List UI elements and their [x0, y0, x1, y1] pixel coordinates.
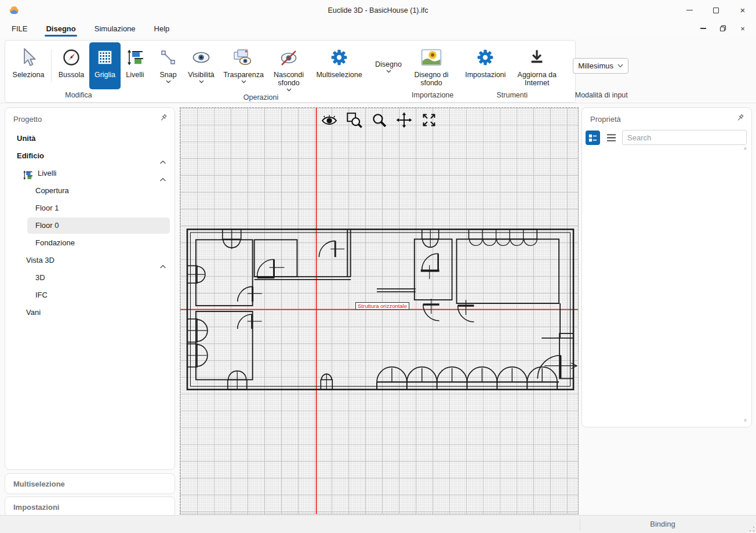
menu-bar: FILE Disegno Simulazione Help × — [0, 20, 756, 37]
bussola-button[interactable]: Bussola — [53, 42, 89, 89]
drawing-canvas[interactable]: Struttura orizzontale — [180, 107, 579, 514]
visibilita-button[interactable]: Visibilità — [182, 42, 220, 92]
doc-close-button[interactable]: × — [739, 24, 747, 32]
menu-help[interactable]: Help — [153, 22, 171, 35]
hamburger-icon — [606, 133, 617, 142]
chevron-down-icon — [386, 70, 391, 73]
view-eye-icon[interactable] — [320, 111, 339, 129]
multiselezione-panel-title: Multiselezione — [5, 480, 65, 488]
zoom-window-icon[interactable] — [345, 111, 364, 129]
chevron-down-icon — [617, 64, 623, 68]
chevron-down-icon — [199, 80, 204, 84]
group-label-importazione: Importazione — [408, 89, 457, 102]
properties-search-input[interactable] — [622, 130, 747, 145]
pan-icon[interactable] — [395, 111, 413, 129]
tree-item-3d[interactable]: 3D — [5, 269, 175, 287]
tree-item-fondazione[interactable]: Fondazione — [5, 234, 175, 252]
group-label-modalita: Modalità di input — [567, 89, 635, 102]
impostazioni-panel[interactable]: Impostazioni — [5, 496, 175, 517]
tree-item-vani[interactable]: Vani — [5, 304, 175, 321]
pin-icon[interactable] — [736, 114, 744, 124]
scroll-up-arrow[interactable]: ▲ — [743, 145, 748, 151]
nascondi-sfondo-button[interactable]: Nascondi sfondo — [267, 42, 311, 92]
ribbon-group-modifica: Seleziona Bussola — [5, 41, 152, 102]
eye-icon — [192, 44, 210, 71]
project-tree: Unità Edificio Livelli Copertura Floor 1… — [5, 130, 175, 321]
properties-panel: Proprietà ▲ ▼ — [581, 107, 752, 427]
disegno-dropdown-button[interactable]: Disegno — [372, 42, 405, 89]
ribbon: Seleziona Bussola — [5, 40, 576, 103]
status-bar: Binding — [0, 515, 756, 533]
tree-item-ifc[interactable]: IFC — [5, 287, 175, 304]
properties-panel-title: Proprietà — [590, 115, 621, 124]
menu-disegno[interactable]: Disegno — [45, 22, 77, 35]
ribbon-group-strumenti: Impostazioni Aggiorna da Internet Strume… — [458, 41, 566, 102]
tree-item-floor-0[interactable]: Floor 0 — [5, 217, 175, 234]
impostazioni-panel-title: Impostazioni — [5, 503, 59, 512]
multiselezione-panel[interactable]: Multiselezione — [5, 473, 175, 494]
scroll-down-arrow[interactable]: ▼ — [743, 418, 748, 423]
tree-item-copertura[interactable]: Copertura — [5, 182, 175, 200]
menu-simulazione[interactable]: Simulazione — [93, 22, 137, 35]
cursor-icon — [20, 44, 37, 71]
ribbon-group-importazione: Disegno di sfondo Importazione — [407, 41, 458, 102]
tree-item-floor-1[interactable]: Floor 1 — [5, 200, 175, 217]
chevron-down-icon — [241, 80, 246, 84]
ribbon-group-operazioni: Snap Visibilità — [152, 41, 370, 102]
input-mode-select[interactable]: Millesimus — [573, 58, 628, 74]
origin-axes — [180, 108, 578, 514]
pin-icon[interactable] — [159, 114, 168, 124]
disegno-di-sfondo-button[interactable]: Disegno di sfondo — [409, 42, 453, 89]
project-panel-title: Progetto — [13, 115, 42, 124]
flat-view-button[interactable] — [605, 131, 617, 144]
ribbon-group-modalita-input: Millesimus Modalità di input — [566, 41, 637, 102]
group-label-modifica: Modifica — [6, 89, 151, 102]
gear-icon — [330, 44, 348, 71]
multiselezione-button[interactable]: Multiselezione — [311, 42, 368, 92]
tree-item-unita[interactable]: Unità — [5, 130, 175, 147]
snap-button[interactable]: Snap — [154, 42, 182, 92]
tree-item-vista-3d[interactable]: Vista 3D — [5, 252, 175, 269]
doors — [238, 241, 474, 329]
seleziona-button[interactable]: Seleziona — [8, 42, 49, 89]
levels-icon — [126, 44, 144, 71]
categorized-view-button[interactable] — [586, 130, 600, 145]
zoom-icon[interactable] — [370, 111, 388, 129]
eye-slash-icon — [278, 44, 299, 71]
doc-minimize-button[interactable] — [699, 24, 707, 32]
group-label-empty — [371, 89, 406, 102]
livelli-button[interactable]: Livelli — [121, 42, 150, 89]
download-icon — [528, 44, 546, 71]
fit-to-screen-icon[interactable] — [420, 111, 438, 129]
griglia-button[interactable]: Griglia — [89, 42, 121, 89]
categorized-list-icon — [588, 133, 598, 143]
floor-plan — [180, 108, 578, 514]
group-label-strumenti: Strumenti — [459, 89, 565, 102]
background-image-icon — [421, 44, 442, 71]
project-panel: Progetto Unità Edificio — [5, 107, 175, 470]
tree-item-edificio[interactable]: Edificio — [5, 147, 175, 165]
trasparenza-button[interactable]: Trasparenza — [220, 42, 267, 92]
ribbon-group-disegno: Disegno — [370, 41, 407, 102]
input-mode-value: Millesimus — [578, 61, 613, 70]
transparency-windows-eye-icon — [233, 44, 254, 71]
impostazioni-button[interactable]: Impostazioni — [460, 42, 510, 89]
menu-file[interactable]: FILE — [10, 22, 28, 35]
entrance-door — [537, 333, 577, 379]
crosshair-label: Struttura orizzontale — [355, 302, 409, 310]
tree-item-livelli[interactable]: Livelli — [5, 165, 175, 182]
resize-grip[interactable] — [750, 527, 754, 531]
snap-line-icon — [159, 44, 177, 71]
ribbon-divider — [0, 103, 756, 103]
compass-icon — [62, 44, 81, 71]
window-title: Euclide 3D - BasicHouse (1).ifc — [0, 6, 756, 14]
title-bar: Euclide 3D - BasicHouse (1).ifc × — [0, 0, 756, 20]
status-binding-text: Binding — [581, 516, 744, 533]
group-label-operazioni: Operazioni — [153, 92, 369, 103]
chevron-down-icon — [166, 80, 171, 84]
aggiorna-da-internet-button[interactable]: Aggiorna da Internet — [510, 42, 564, 89]
grid-icon — [97, 44, 112, 71]
doc-restore-button[interactable] — [719, 24, 727, 32]
canvas-toolbar — [320, 111, 438, 129]
gear-icon — [476, 44, 495, 71]
